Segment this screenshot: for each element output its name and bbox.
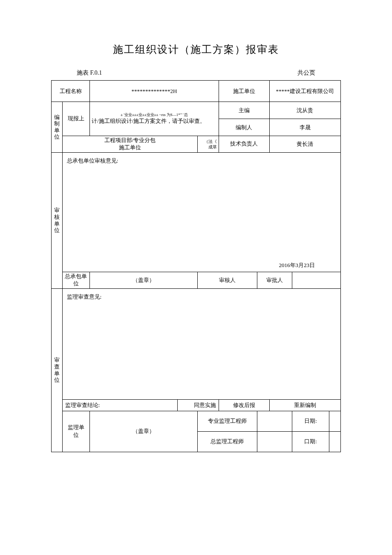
report-prefix: 现报上	[62, 102, 89, 136]
audit-date: 2016年3月23日	[279, 262, 315, 269]
pro-engineer-label: 专业监理工程师	[198, 411, 257, 431]
page-title: 施工组织设计（施工方案）报审表	[51, 43, 341, 56]
org-label: 工程项目部/专业分包 施工单位	[62, 136, 197, 153]
conclusion-option-1: 同意实施	[177, 399, 219, 411]
project-name-label: 工程名称	[52, 81, 90, 102]
header-left: 施表 F.0.1	[77, 69, 102, 77]
chief-engineer-value	[257, 431, 292, 452]
review-opinion-label-cell: 监理审查意见:	[62, 288, 177, 399]
compile-side-label: 编制单位	[52, 102, 63, 153]
review-opinion-area	[177, 288, 340, 399]
tech-lead-label: 技术负责人	[219, 136, 270, 153]
review-opinion-label: 监理审查意见:	[67, 293, 173, 301]
pro-engineer-value	[257, 411, 292, 431]
header-right: 共公页	[297, 69, 315, 77]
chief-editor-value: 沈从贵	[269, 102, 340, 119]
review-seal: （盖章）	[90, 411, 198, 452]
audit-opinion-label: 总承包单位审核意见:	[67, 157, 336, 165]
chief-editor-label: 主编	[219, 102, 270, 119]
form-table: 工程名称 **************2H 施工单位 *****建设工程有限公司…	[51, 80, 341, 452]
compiler-label: 编制人	[219, 119, 270, 136]
construction-unit-value: *****建设工程有限公司	[269, 81, 340, 102]
report-text: ± '业业±±±业±±业业±± ~rtn 为S—1*'" '总 计/施工组织设计…	[90, 102, 219, 136]
date-label-1: 日期:	[292, 411, 329, 431]
tech-lead-value: 黄长清	[269, 136, 340, 153]
audit-side-label: 审核单位	[52, 152, 63, 288]
date-value-2	[329, 431, 341, 452]
chief-engineer-label: 总监理工程师	[198, 431, 257, 452]
auditor-label: 审核人	[198, 272, 257, 288]
supervisor-unit-label: 监理单位	[62, 411, 89, 452]
date-label-2: 口期:	[292, 431, 329, 452]
conclusion-label: 监理审查结论:	[62, 399, 177, 411]
audit-opinion-area: 总承包单位审核意见: 2016年3月23日	[62, 152, 340, 272]
date-value-1	[329, 411, 341, 431]
approver-value	[292, 272, 340, 288]
audit-seal: （盖章）	[90, 272, 198, 288]
approver-label: 审批人	[257, 272, 292, 288]
construction-unit-label: 施工单位	[219, 81, 270, 102]
review-side-label: 审查单位	[52, 288, 63, 452]
project-name-value: **************2H	[90, 81, 219, 102]
contractor-label: 总承包单位	[62, 272, 89, 288]
compiler-value: 李晟	[269, 119, 340, 136]
conclusion-option-2: 修改后报	[219, 399, 270, 411]
conclusion-option-3: 重新编制	[269, 399, 340, 411]
org-note: （法《 成草	[198, 136, 219, 153]
header-row: 施表 F.0.1 共公页	[51, 69, 341, 77]
